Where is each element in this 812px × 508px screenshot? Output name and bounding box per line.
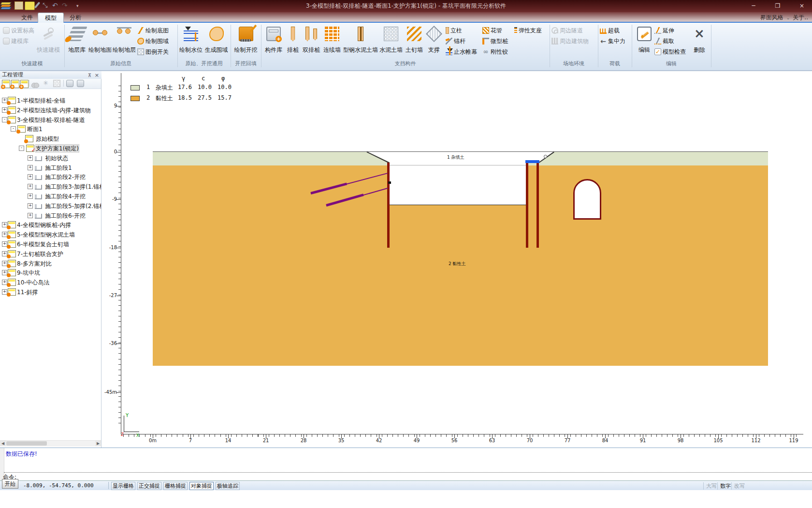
ribbon-button-设置标高[interactable]: 设置标高 [3, 26, 34, 35]
tree-item-4-全模型钢板桩-内撑[interactable]: +4-全模型钢板桩-内撑 [0, 220, 101, 229]
ribbon-button-花管[interactable]: 花管 [482, 26, 502, 35]
tree-item-断面1[interactable]: -断面1 [0, 124, 101, 134]
command-autocomplete-tooltip[interactable]: 开始 [2, 479, 18, 489]
ribbon-button-支撑[interactable]: 支撑 [425, 24, 443, 59]
ribbon-button-双排桩[interactable]: 双排桩 [302, 24, 321, 59]
ribbon-button-水泥土墙[interactable]: 水泥土墙 [379, 24, 403, 59]
ribbon-button-模型检查[interactable]: ✓模型检查 [654, 47, 686, 56]
scroll-left-icon[interactable]: ◀ [0, 441, 6, 446]
redo-icon[interactable]: ↷ [62, 1, 69, 9]
snap-button-栅格捕捉[interactable]: 栅格捕捉 [163, 482, 188, 490]
restore-button[interactable]: ❐ [770, 2, 785, 10]
mesh-icon[interactable]: ✳ [43, 80, 50, 87]
calc-icon[interactable] [66, 80, 73, 87]
tree-item-施工阶段2-开挖[interactable]: +施工阶段2-开挖 [0, 172, 101, 181]
expand-icon[interactable]: + [28, 184, 33, 189]
ribbon-button-周边隧道[interactable]: 周边隧道 [551, 26, 583, 35]
result-icon[interactable] [77, 80, 84, 87]
snap-button-显示栅格[interactable]: 显示栅格 [111, 482, 135, 490]
ribbon-button-绘制水位[interactable]: 绘制水位 [179, 24, 203, 59]
save-icon[interactable] [14, 1, 23, 10]
ribbon-button-快速建模[interactable]: 快速建模 [35, 24, 62, 59]
right-wall-back[interactable] [536, 163, 539, 248]
command-console[interactable]: 数据已保存! 命令: [0, 448, 812, 480]
ribbon-button-超载[interactable]: 超载 [600, 26, 620, 35]
tree-item-施工阶段1[interactable]: +施工阶段1 [0, 163, 101, 172]
close-button[interactable]: × [795, 2, 809, 10]
interface-style-button[interactable]: 界面风格 [760, 14, 783, 21]
tab-分析[interactable]: 分析 [63, 13, 88, 23]
tab-模型[interactable]: 模型 [38, 13, 64, 23]
ribbon-button-绘制地面[interactable]: 绘制地面 [88, 24, 112, 59]
ribbon-button-构件库[interactable]: 构件库 [263, 24, 284, 59]
new-scheme-icon[interactable] [20, 80, 29, 88]
pin-icon[interactable]: ⊼ [88, 72, 91, 79]
ribbon-button-锚杆[interactable]: 锚杆 [446, 37, 465, 45]
ribbon-button-土钉墙[interactable]: 土钉墙 [404, 24, 424, 59]
tree-item-8-多方案对比[interactable]: +8-多方案对比 [0, 259, 101, 268]
collapse-icon[interactable]: - [19, 146, 24, 151]
expand-icon[interactable]: + [28, 194, 33, 199]
ribbon-button-延伸[interactable]: 延伸 [654, 26, 674, 35]
expand-icon[interactable]: + [28, 213, 33, 218]
collapse-icon[interactable]: - [11, 126, 16, 132]
expand-icon[interactable]: + [28, 155, 33, 161]
tree-item-施工阶段3-加撑(1.锚杆[interactable]: +施工阶段3-加撑(1.锚杆 [0, 182, 101, 191]
ribbon-button-建模库[interactable]: 建模库 [3, 37, 29, 45]
tree-item-5-全模型型钢水泥土墙[interactable]: +5-全模型型钢水泥土墙 [0, 230, 101, 239]
ribbon-button-截取[interactable]: 截取 [654, 37, 674, 45]
snap-button-正交捕捉[interactable]: 正交捕捉 [137, 482, 161, 490]
tree-item-6-半模型复合土钉墙[interactable]: +6-半模型复合土钉墙 [0, 239, 101, 249]
undo-icon[interactable]: ↶ [52, 1, 59, 9]
expand-icon[interactable]: + [28, 203, 33, 209]
ribbon-button-生成围域[interactable]: 生成围域 [203, 24, 229, 59]
panel-close-icon[interactable]: × [95, 72, 99, 79]
tree-item-2-半模型连续墙-内撑-建筑物[interactable]: +2-半模型连续墙-内撑-建筑物 [0, 105, 101, 115]
snap-button-极轴追踪[interactable]: 极轴追踪 [216, 482, 240, 490]
tree-item-9-坑中坑[interactable]: +9-坑中坑 [0, 268, 101, 277]
right-wall-front[interactable] [526, 163, 528, 248]
expand-icon[interactable]: + [28, 174, 33, 179]
tree-item-1-半模型排桩-全锚[interactable]: +1-半模型排桩-全锚 [0, 96, 101, 105]
ribbon-button-编辑[interactable]: 编辑 [634, 24, 655, 59]
left-retaining-wall[interactable] [387, 163, 390, 248]
tree-item-原始模型[interactable]: 原始模型 [0, 134, 101, 143]
chevron-down-icon[interactable]: ⌄ [786, 15, 790, 20]
ribbon-button-绘制地层[interactable]: 绘制地层 [113, 24, 136, 59]
tree-item-施工阶段6-开挖[interactable]: +施工阶段6-开挖 [0, 211, 101, 220]
tree-item-11-斜撑[interactable]: +11-斜撑 [0, 287, 101, 297]
model-canvas[interactable]: 1 杂填土 2 黏性土 γcφ1杂填土17.610.010.02黏性土18.52… [102, 71, 812, 448]
ribbon-button-集中力[interactable]: ←集中力 [600, 37, 625, 45]
ribbon-button-型钢水泥土墙[interactable]: 型钢水泥土墙 [343, 24, 378, 59]
ribbon-button-地层库[interactable]: 地层库 [66, 24, 87, 59]
cap-beam[interactable] [525, 160, 539, 163]
scroll-thumb[interactable] [6, 441, 47, 446]
tree-item-10-中心岛法[interactable]: +10-中心岛法 [0, 278, 101, 287]
tunnel[interactable] [573, 179, 601, 220]
expand-icon[interactable]: + [28, 165, 33, 170]
about-button[interactable]: 关于.. [793, 14, 808, 21]
ribbon-button-刚性铰[interactable]: ∞刚性铰 [482, 47, 508, 56]
ribbon-button-绘制围域[interactable]: 绘制围域 [137, 37, 169, 45]
ribbon-button-排桩[interactable]: 排桩 [285, 24, 301, 59]
ribbon-button-图例开关[interactable]: 图例开关 [137, 47, 169, 56]
tree-item-初始状态[interactable]: +初始状态 [0, 153, 101, 163]
ribbon-button-删除[interactable]: ×删除 [688, 24, 710, 59]
snap-button-对象捕捉[interactable]: 对象捕捉 [189, 482, 214, 490]
new-project-icon[interactable] [2, 80, 10, 88]
ribbon-button-连续墙[interactable]: 连续墙 [322, 24, 342, 59]
tree-item-支护方案1(锁定)[interactable]: -支护方案1(锁定) [0, 144, 101, 153]
ribbon-button-立柱[interactable]: 立柱 [446, 26, 462, 35]
annotate-icon[interactable] [25, 1, 35, 10]
ribbon-button-绘制底图[interactable]: 绘制底图 [137, 26, 169, 35]
ribbon-button-周边建筑物[interactable]: 周边建筑物 [551, 37, 589, 45]
tree-item-7-土钉桩联合支护[interactable]: +7-土钉桩联合支护 [0, 249, 101, 258]
tree-item-施工阶段5-加撑(2.锚杆[interactable]: +施工阶段5-加撑(2.锚杆 [0, 201, 101, 210]
qat-more-icon[interactable]: ▾ [76, 1, 81, 9]
grid-icon[interactable] [53, 80, 60, 87]
measure-icon[interactable] [31, 80, 39, 87]
panel-hscrollbar[interactable]: ◀ ▶ [0, 440, 101, 447]
minimize-button[interactable]: ─ [746, 2, 761, 10]
ribbon-button-绘制开挖[interactable]: 绘制开挖 [232, 24, 260, 59]
new-section-icon[interactable] [11, 80, 19, 88]
